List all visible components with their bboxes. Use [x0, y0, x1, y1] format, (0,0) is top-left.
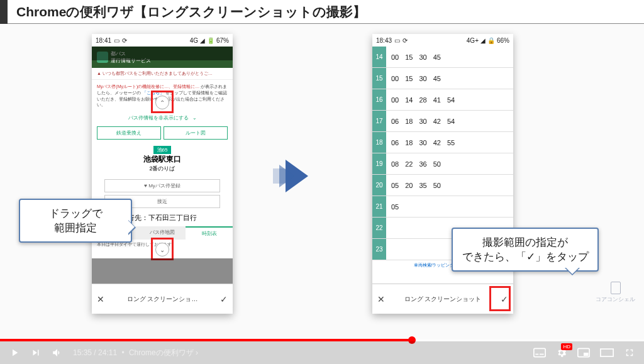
tab-timetable[interactable]: 時刻表 [186, 226, 233, 240]
battery-icon: 🔋 [207, 37, 214, 44]
timetable-minutes: 0014284154 [386, 96, 513, 104]
timetable-row: 170618304254 [372, 111, 513, 132]
highlight-check [489, 286, 511, 311]
signal-icon: ◢ [480, 37, 486, 44]
phone-body: 都バス 運行情報サービス ▲ いつも都営バスをご利用いただきましてありがとうご…… [92, 47, 233, 314]
timetable-min: 00 [391, 53, 399, 61]
ls-label: ロング スクリーンショ… [109, 295, 215, 304]
fullscreen-button[interactable] [624, 347, 635, 358]
theater-button[interactable] [600, 348, 614, 357]
timetable-minutes: 00153045 [386, 53, 513, 61]
status-bar: 18:43 ▭ ⟳ 4G+ ◢ 🔒 66% [372, 34, 513, 47]
watermark: コアコンシェル [596, 282, 635, 304]
timetable-min: 41 [433, 96, 441, 104]
chevron-right-icon: › [196, 348, 198, 357]
next-button[interactable] [30, 347, 42, 358]
timetable-min: 06 [391, 118, 399, 125]
slide-heading: Chromeの便利ワザ【ロングスクリーンショットの撮影】 [0, 0, 644, 24]
callout-drag: ドラッグで 範囲指定 [19, 199, 132, 243]
close-icon[interactable]: ✕ [377, 294, 385, 304]
timetable-min: 22 [405, 160, 413, 168]
close-icon[interactable]: ✕ [97, 294, 104, 304]
dim-bottom [92, 258, 233, 284]
long-screenshot-bar: ✕ ロング スクリーンショ… ✓ [92, 284, 233, 314]
status-bar: 18:41 ▭ ⟳ 4G ◢ 🔋 67% [92, 34, 233, 47]
settings-button[interactable]: HD [556, 347, 567, 358]
route-map-button[interactable]: ルート図 [164, 126, 228, 140]
timetable-min: 00 [391, 75, 399, 82]
play-button[interactable] [9, 347, 20, 358]
timetable-min: 45 [433, 75, 441, 82]
player-bar: 15:35 / 24:11 • Chromeの便利ワザ › HD [0, 341, 644, 364]
timetable-hour: 22 [372, 218, 386, 238]
timetable-min: 05 [391, 182, 399, 189]
slide-content: 18:41 ▭ ⟳ 4G ◢ 🔋 67% 都バス 運行情報サービス ▲ いつも都… [0, 24, 644, 341]
timetable-minutes: 00153045 [386, 75, 513, 82]
status-network: 4G+ [467, 37, 479, 44]
timetable-hour: 15 [372, 68, 386, 89]
cast-icon: ⟳ [122, 37, 127, 44]
watermark-icon [611, 282, 621, 294]
phone-body: 1400153045150015304516001428415417061830… [372, 47, 513, 314]
timetable-hour: 14 [372, 47, 386, 67]
info-prefix: Myバス停(Myルート)の機能改修に…、登録情報に… [97, 84, 199, 89]
mybus-button[interactable]: ♥ Myバス停登録 [104, 179, 220, 192]
watermark-text: コアコンシェル [596, 295, 635, 304]
route-badge: 池65 [153, 146, 172, 154]
svg-rect-0 [534, 348, 545, 356]
chevron-down-icon: ⌄ [192, 115, 197, 121]
chapter-text[interactable]: Chromeの便利ワザ [129, 348, 194, 357]
timetable-minutes: 05203550 [386, 182, 513, 189]
timetable-min: 54 [447, 96, 455, 104]
miniplayer-button[interactable] [577, 348, 590, 358]
timetable-min: 35 [419, 182, 427, 189]
timetable-min: 15 [405, 75, 413, 82]
youtube-icon: ▭ [114, 37, 119, 44]
timetable-row: 180618304255 [372, 132, 513, 153]
station-platform: 2番のりば [92, 165, 233, 173]
warning-banner: ▲ いつも都営バスをご利用いただきましてありがとうご… [92, 68, 233, 80]
check-icon[interactable]: ✓ [220, 294, 228, 304]
hide-info-link[interactable]: バス停情報を非表示にする ⌄ [92, 112, 233, 124]
battery-icon: 🔒 [487, 37, 495, 44]
status-time: 18:43 [376, 37, 392, 44]
ls-label: ロング スクリーンショット [390, 295, 496, 304]
timetable-min: 15 [405, 53, 413, 61]
status-battery: 66% [497, 37, 509, 44]
timetable-minutes: 08223650 [386, 160, 513, 168]
timetable-min: 30 [419, 53, 427, 61]
transfer-button[interactable]: 鉄道乗換え [97, 126, 161, 140]
highlight-top-handle [151, 91, 174, 113]
station-name: 池袋駅東口 [92, 154, 233, 165]
timetable-hour: 23 [372, 239, 386, 260]
phone-left: 18:41 ▭ ⟳ 4G ◢ 🔋 67% 都バス 運行情報サービス ▲ いつも都… [92, 34, 233, 314]
svg-rect-1 [535, 354, 538, 355]
callout-check-text: 撮影範囲の指定が できたら、「✓」をタップ [462, 236, 589, 263]
captions-button[interactable] [533, 348, 546, 358]
hd-badge: HD [561, 343, 572, 350]
timetable-hour: 19 [372, 153, 386, 174]
timetable-min: 36 [419, 160, 427, 168]
callout-check: 撮影範囲の指定が できたら、「✓」をタップ [452, 228, 599, 272]
timetable-hour: 17 [372, 111, 386, 131]
timetable-min: 55 [447, 139, 455, 146]
status-time: 18:41 [96, 37, 111, 44]
time-text: 15:35 / 24:11 [73, 348, 117, 357]
timetable-hour: 21 [372, 196, 386, 217]
timetable-min: 05 [391, 203, 399, 211]
timetable-min: 30 [419, 75, 427, 82]
timetable-min: 18 [405, 118, 413, 125]
timetable-min: 14 [405, 96, 413, 104]
volume-button[interactable] [52, 347, 63, 358]
timetable-min: 08 [391, 160, 399, 168]
timetable-min: 54 [447, 118, 455, 125]
phone-right: 18:43 ▭ ⟳ 4G+ ◢ 🔒 66% 140015304515001530… [372, 34, 513, 314]
timetable-row: 1500153045 [372, 68, 513, 89]
timetable-minutes: 0618304255 [386, 139, 513, 146]
timetable-min: 00 [391, 96, 399, 104]
svg-rect-2 [540, 354, 544, 355]
dim-top [92, 47, 233, 60]
station-block: 池65 池袋駅東口 2番のりば [92, 142, 233, 177]
timetable-row: 160014284154 [372, 89, 513, 111]
time-display: 15:35 / 24:11 • Chromeの便利ワザ › [73, 348, 198, 358]
